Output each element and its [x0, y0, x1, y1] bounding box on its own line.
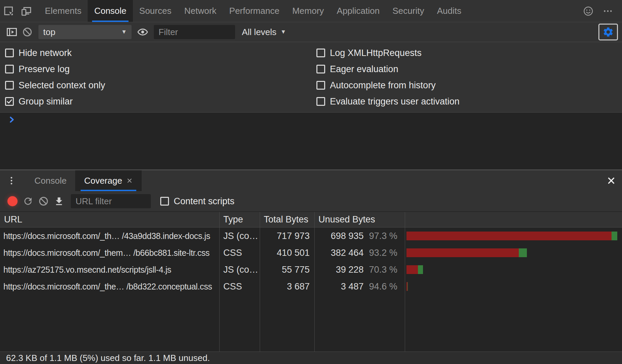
drawer-tab-label: Coverage	[84, 176, 122, 186]
tab-network[interactable]: Network	[178, 0, 223, 22]
eye-icon	[137, 26, 148, 38]
column-header-unused-bytes[interactable]: Unused Bytes	[314, 214, 405, 225]
setting-row-right-0: Log XMLHttpRequests	[316, 45, 622, 61]
setting-row-left-0: Hide network	[5, 45, 316, 61]
column-header-url[interactable]: URL	[0, 214, 219, 225]
coverage-table-body: https://docs.microsoft.com/_th… /43a9dd3…	[0, 228, 622, 352]
coverage-url-filter-input[interactable]	[71, 194, 151, 208]
context-value: top	[43, 27, 55, 37]
checkbox[interactable]	[316, 97, 325, 106]
column-header-type[interactable]: Type	[219, 214, 260, 225]
unused-percent: 70.3 %	[364, 265, 397, 275]
unused-percent: 94.6 %	[364, 281, 397, 292]
tab-performance[interactable]: Performance	[223, 0, 286, 22]
cell-type: CSS	[219, 248, 260, 258]
setting-row-left-3: Group similar	[5, 93, 316, 110]
cell-url: https://docs.microsoft.com/_th… /43a9dd3…	[0, 231, 219, 241]
console-log-area[interactable]	[0, 113, 622, 170]
checkbox[interactable]	[316, 65, 325, 73]
coverage-toolbar: Content scripts	[0, 191, 622, 212]
unused-bar-segment	[406, 265, 418, 274]
main-tab-bar: ElementsConsoleSourcesNetworkPerformance…	[0, 0, 622, 22]
cell-type: CSS	[219, 281, 260, 292]
tab-application[interactable]: Application	[330, 0, 386, 22]
column-divider	[219, 212, 220, 352]
inspect-element-button[interactable]	[0, 0, 18, 22]
column-divider	[314, 212, 315, 352]
coverage-table-header: URL Type Total Bytes Unused Bytes	[0, 212, 622, 228]
device-toolbar-button[interactable]	[18, 0, 35, 22]
unused-percent: 93.2 %	[364, 248, 397, 258]
tab-audits[interactable]: Audits	[430, 0, 468, 22]
console-prompt-chevron-icon	[7, 115, 17, 125]
checkbox[interactable]	[5, 49, 14, 57]
drawer-tab-console[interactable]: Console	[26, 170, 75, 191]
coverage-row[interactable]: https://docs.microsoft.com/_them… /b66bc…	[0, 244, 622, 261]
content-scripts-checkbox[interactable]	[160, 197, 169, 206]
checkbox-label: Log XMLHttpRequests	[330, 48, 422, 58]
checkbox[interactable]	[5, 97, 14, 106]
content-scripts-label: Content scripts	[174, 196, 234, 207]
clear-console-button[interactable]	[20, 24, 35, 40]
javascript-context-select[interactable]: top ▼	[38, 25, 132, 39]
usage-bar	[406, 232, 617, 240]
drawer-tab-coverage[interactable]: Coverage	[75, 170, 142, 191]
console-filter-input[interactable]	[154, 25, 235, 39]
cell-total-bytes: 717 973	[260, 231, 314, 241]
drawer-tab-label: Console	[34, 176, 66, 186]
checkbox-label: Preserve log	[19, 64, 70, 74]
tab-console[interactable]: Console	[88, 0, 133, 22]
circle-slash-icon	[38, 196, 49, 207]
column-header-total-bytes[interactable]: Total Bytes	[260, 214, 314, 225]
feedback-button[interactable]	[579, 6, 597, 17]
tab-security[interactable]: Security	[386, 0, 431, 22]
drawer-menu-button[interactable]	[3, 170, 20, 191]
checkbox[interactable]	[316, 81, 325, 90]
live-expression-button[interactable]	[135, 24, 150, 40]
console-settings-button[interactable]	[598, 24, 618, 40]
record-coverage-button[interactable]	[5, 193, 20, 209]
cell-total-bytes: 410 501	[260, 248, 314, 258]
checkbox[interactable]	[5, 65, 14, 73]
column-divider	[405, 212, 405, 352]
cell-usage-bar	[405, 232, 622, 240]
cell-usage-bar	[405, 248, 622, 257]
show-console-sidebar-button[interactable]	[4, 24, 20, 40]
setting-row-right-3: Evaluate triggers user activation	[316, 93, 622, 110]
log-levels-label: All levels	[242, 27, 277, 37]
setting-row-right-1: Eager evaluation	[316, 61, 622, 77]
record-icon	[7, 196, 18, 206]
log-levels-dropdown[interactable]: All levels ▼	[242, 27, 286, 37]
close-tab-button[interactable]	[126, 177, 133, 184]
settings-column-right: Log XMLHttpRequestsEager evaluationAutoc…	[316, 45, 622, 110]
tab-memory[interactable]: Memory	[286, 0, 330, 22]
ellipsis-horizontal-icon	[602, 6, 613, 17]
checkbox[interactable]	[316, 49, 325, 57]
device-toolbar-icon	[21, 5, 32, 17]
more-options-button[interactable]	[599, 6, 617, 17]
export-coverage-button[interactable]	[51, 193, 67, 209]
cell-usage-bar	[405, 265, 622, 274]
close-drawer-button[interactable]	[600, 170, 622, 191]
cell-unused-bytes: 39 22870.3 %	[314, 265, 405, 275]
coverage-row[interactable]: https://az725175.vo.msecnd.net/scripts/j…	[0, 261, 622, 278]
tab-elements[interactable]: Elements	[38, 0, 88, 22]
coverage-row[interactable]: https://docs.microsoft.com/_th… /43a9dd3…	[0, 228, 622, 244]
checkbox[interactable]	[5, 81, 14, 90]
tab-sources[interactable]: Sources	[133, 0, 178, 22]
setting-row-right-2: Autocomplete from history	[316, 77, 622, 93]
unused-percent: 97.3 %	[364, 231, 397, 241]
unused-value: 3 487	[341, 281, 364, 292]
main-tab-bar-right	[579, 0, 622, 22]
cell-total-bytes: 3 687	[260, 281, 314, 292]
clear-coverage-button[interactable]	[36, 193, 51, 209]
reload-coverage-button[interactable]	[20, 193, 36, 209]
coverage-row[interactable]: https://docs.microsoft.com/_the… /b8d322…	[0, 278, 622, 295]
ellipsis-vertical-icon	[6, 176, 17, 186]
cell-url: https://docs.microsoft.com/_the… /b8d322…	[0, 282, 219, 292]
drawer-tab-strip: ConsoleCoverage	[26, 170, 142, 191]
unused-bar-segment	[406, 248, 519, 257]
cell-unused-bytes: 3 48794.6 %	[314, 281, 405, 292]
cell-usage-bar	[405, 282, 622, 291]
chevron-down-icon: ▼	[121, 29, 127, 35]
